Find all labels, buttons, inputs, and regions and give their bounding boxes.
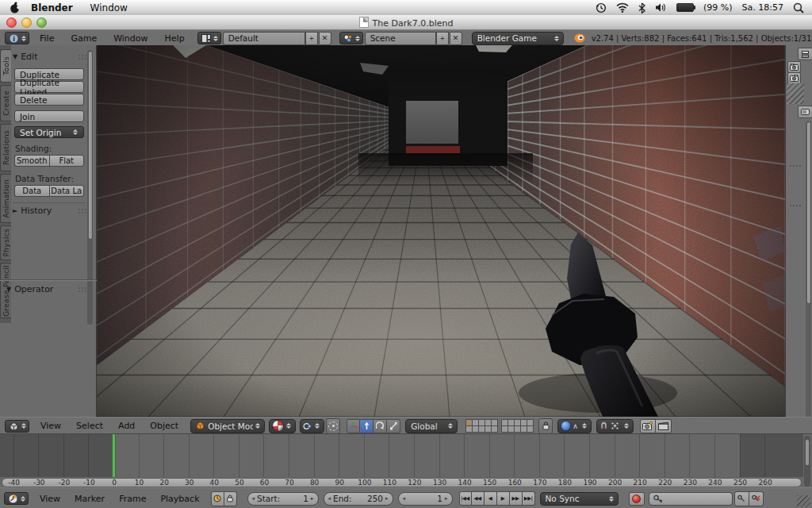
- timeline-editor-type-button[interactable]: [4, 492, 29, 505]
- opengl-render-image-button[interactable]: [640, 419, 656, 433]
- timeline-menu-marker[interactable]: Marker: [73, 494, 106, 504]
- proportional-editing-dropdown[interactable]: ∧: [557, 419, 592, 433]
- tool-shelf-tab-relations[interactable]: Relations: [0, 124, 11, 171]
- viewport-editor-type-button[interactable]: [5, 420, 29, 433]
- bluetooth-icon[interactable]: [638, 2, 645, 13]
- remove-scene-button[interactable]: ✕: [450, 32, 462, 45]
- menubar-app-menu[interactable]: Blender: [31, 2, 73, 13]
- history-panel-header[interactable]: ► History: [13, 206, 92, 216]
- menu-file[interactable]: File: [38, 33, 56, 44]
- transform-orientation-dropdown[interactable]: Global: [405, 419, 458, 433]
- battery-icon[interactable]: [676, 3, 694, 12]
- viewport-menu-object[interactable]: Object: [148, 421, 180, 431]
- panel-expand-icon: ▼: [6, 286, 11, 293]
- scale-manipulator-button[interactable]: [387, 419, 400, 433]
- timeline-frame-ruler[interactable]: -40-30-20-100102030405060708090100110120…: [2, 478, 802, 487]
- properties-scrollbar[interactable]: [806, 121, 811, 454]
- panel-grip[interactable]: [78, 287, 89, 292]
- add-layout-button[interactable]: ＋: [305, 32, 318, 45]
- play-reverse-button[interactable]: ◀: [485, 491, 497, 506]
- render-engine-dropdown[interactable]: Blender Game: [472, 32, 564, 45]
- layers-widget[interactable]: [465, 420, 533, 433]
- layer-cell[interactable]: [491, 425, 498, 433]
- 3d-viewport[interactable]: [97, 45, 785, 417]
- frame-gridline: [139, 434, 140, 477]
- menubar-window-menu[interactable]: Window: [90, 2, 128, 13]
- editor-type-button[interactable]: i: [5, 32, 29, 44]
- timeline-tracks[interactable]: [0, 434, 803, 477]
- resize-grip[interactable]: [797, 495, 810, 507]
- duplicate-linked-button[interactable]: Duplicate Linked: [14, 81, 84, 93]
- viewport-shading-dropdown[interactable]: [269, 419, 296, 433]
- lock-time-cursor-button[interactable]: [224, 491, 237, 506]
- collapsed-panel-grip[interactable]: [789, 164, 802, 167]
- viewport-menu-add[interactable]: Add: [117, 421, 136, 431]
- snap-dropdown[interactable]: [596, 419, 634, 433]
- remove-layout-button[interactable]: ✕: [319, 32, 331, 45]
- apple-icon[interactable]: [10, 2, 20, 13]
- spotlight-icon[interactable]: [793, 2, 804, 13]
- layer-cell[interactable]: [527, 425, 534, 433]
- play-button[interactable]: ▶: [497, 491, 510, 506]
- previous-keyframe-button[interactable]: ◀◀: [472, 491, 485, 506]
- collapsed-panel-grip[interactable]: [789, 204, 802, 207]
- time-machine-icon[interactable]: [596, 2, 607, 13]
- rotate-manipulator-button[interactable]: [373, 419, 387, 433]
- volume-icon[interactable]: [655, 2, 667, 13]
- add-scene-button[interactable]: ＋: [436, 32, 449, 45]
- manipulator-axes-button[interactable]: [347, 419, 360, 433]
- operator-panel-header[interactable]: ▼ Operator: [6, 284, 92, 294]
- shading-smooth-button[interactable]: Smooth: [14, 155, 49, 167]
- timeline-menu-frame[interactable]: Frame: [117, 494, 147, 504]
- screen-layout-field[interactable]: Default: [223, 32, 305, 45]
- current-frame-field[interactable]: ◂1▸: [398, 492, 453, 506]
- active-keying-set-field[interactable]: [649, 492, 733, 506]
- delete-keyframe-button[interactable]: [749, 491, 764, 506]
- timeline-menu-view[interactable]: View: [38, 494, 62, 504]
- tool-shelf-tab-animation[interactable]: Animation: [0, 174, 11, 223]
- tool-shelf-tab-create[interactable]: Create: [0, 85, 11, 121]
- opengl-render-animation-button[interactable]: [656, 419, 672, 433]
- manipulate-center-points-button[interactable]: [326, 418, 340, 434]
- camera-tab-icon[interactable]: [787, 72, 801, 84]
- wifi-icon[interactable]: [616, 2, 629, 13]
- edit-panel-header[interactable]: ▼ Edit: [13, 52, 92, 62]
- render-layers-tab-icon[interactable]: [798, 106, 812, 118]
- jump-to-start-button[interactable]: |◀◀: [459, 491, 472, 506]
- next-keyframe-button[interactable]: ▶▶: [510, 491, 523, 506]
- shading-flat-button[interactable]: Flat: [49, 155, 85, 167]
- data-layout-button[interactable]: Data La: [49, 185, 85, 197]
- timeline-menu-playback[interactable]: Playback: [159, 494, 201, 504]
- menu-game[interactable]: Game: [69, 33, 98, 44]
- show-seconds-button[interactable]: [211, 491, 224, 506]
- scene-name-field[interactable]: Scene: [365, 32, 436, 45]
- end-frame-field[interactable]: ◂End: 250▸: [324, 492, 393, 506]
- screen-layout-selector-icon-button[interactable]: [197, 32, 221, 44]
- start-frame-field[interactable]: ◂Start: 1▸: [247, 492, 319, 506]
- lock-to-scene-button[interactable]: [538, 418, 553, 434]
- tool-shelf-tab-tools[interactable]: Tools: [0, 49, 11, 83]
- window-titlebar[interactable]: The Dark7.0.blend: [0, 15, 812, 30]
- mode-dropdown[interactable]: Object Mode: [190, 419, 265, 433]
- timeline-scrollbar[interactable]: [804, 436, 810, 487]
- set-origin-dropdown[interactable]: Set Origin: [14, 126, 84, 138]
- viewport-menu-view[interactable]: View: [39, 421, 63, 431]
- jump-to-end-button[interactable]: ▶▶|: [523, 491, 535, 506]
- delete-button[interactable]: Delete: [14, 94, 84, 106]
- menu-window[interactable]: Window: [112, 33, 149, 44]
- viewport-menu-select[interactable]: Select: [75, 421, 105, 431]
- join-button[interactable]: Join: [14, 110, 84, 122]
- properties-editor-strip[interactable]: [785, 45, 812, 417]
- properties-editor-type-button[interactable]: [798, 48, 812, 60]
- tool-shelf-tab-physics[interactable]: Physics: [0, 225, 11, 260]
- render-tab-icon[interactable]: [787, 61, 801, 73]
- data-button[interactable]: Data: [14, 185, 49, 197]
- translate-manipulator-button[interactable]: [360, 419, 373, 433]
- pivot-point-dropdown[interactable]: [300, 419, 324, 433]
- sync-mode-dropdown[interactable]: No Sync: [540, 492, 619, 506]
- insert-keyframe-button[interactable]: [734, 491, 749, 506]
- menu-help[interactable]: Help: [163, 33, 186, 44]
- auto-keyframe-record-button[interactable]: [629, 492, 645, 506]
- scene-selector-icon-button[interactable]: [339, 32, 363, 44]
- current-frame-playhead[interactable]: [113, 434, 115, 477]
